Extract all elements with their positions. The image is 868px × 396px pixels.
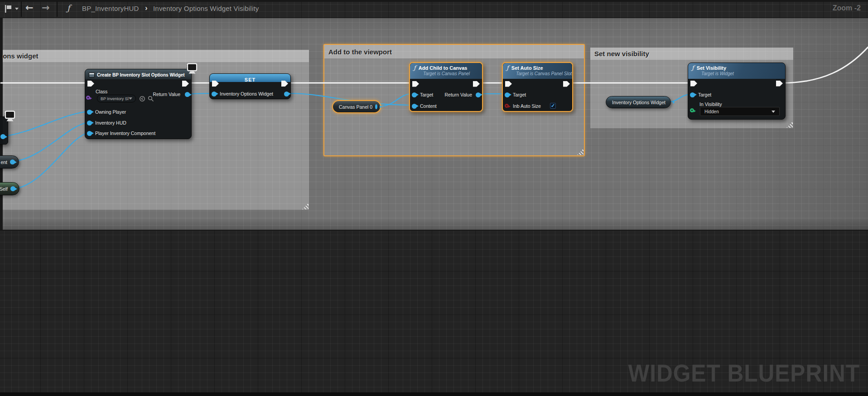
getter-self[interactable]: Self	[0, 182, 19, 195]
comment-header[interactable]: Add to the viewport	[324, 45, 584, 58]
node-header[interactable]: ƒ Set Auto Size Target is Canvas Panel S…	[503, 63, 572, 79]
content-label: Content	[420, 103, 437, 109]
widget-blueprint-watermark: WIDGET BLUEPRINT	[628, 359, 860, 387]
exec-out-pin[interactable]	[473, 81, 480, 87]
forward-arrow-icon[interactable]: →	[42, 2, 50, 13]
chevron-down-icon	[129, 97, 132, 100]
node-title: Set Visibility	[697, 65, 726, 71]
getter-label: ent	[0, 159, 7, 165]
widget-class-icon	[89, 72, 95, 77]
node-add-child-to-canvas[interactable]: ƒ Add Child to Canvas Target is Canvas P…	[409, 62, 483, 112]
node-subtitle: Target is Canvas Panel	[423, 71, 478, 76]
auto-size-checkbox[interactable]: ✓	[550, 103, 556, 109]
breadcrumb-current[interactable]: Inventory Options Widget Visibility	[153, 5, 259, 12]
toolbar-separator	[21, 1, 22, 17]
output-pin[interactable]	[10, 159, 15, 164]
exec-in-pin[interactable]	[505, 81, 512, 87]
comment-header[interactable]: ions widget	[0, 50, 309, 62]
node-title: Create BP Inventory Slot Options Widget	[97, 72, 185, 77]
return-value-label: Return Value	[153, 92, 180, 97]
return-value-label: Return Value	[444, 92, 472, 97]
node-title: Set Auto Size	[511, 65, 543, 71]
exec-out-pin[interactable]	[776, 81, 783, 87]
getter-label: Canvas Panel 0	[339, 104, 372, 110]
class-dropdown[interactable]: BP Inventory Sl	[97, 95, 136, 102]
player-inventory-component-pin[interactable]	[87, 131, 92, 136]
output-pin[interactable]	[10, 186, 15, 191]
exec-in-pin[interactable]	[412, 81, 419, 87]
node-subtitle: Target is Canvas Panel Slot	[516, 71, 569, 76]
node-header[interactable]: ƒ Add Child to Canvas Target is Canvas P…	[410, 63, 482, 79]
set-output-pin[interactable]	[284, 92, 289, 97]
comment-title: Add to the viewport	[328, 48, 392, 56]
target-pin[interactable]	[690, 92, 695, 97]
auto-size-bool-pin[interactable]	[505, 104, 509, 108]
graph-toolbar: ← → ƒ BP_InventoryHUD › Inventory Option…	[0, 0, 868, 18]
comment-title: Set new visibility	[594, 50, 649, 58]
content-pin[interactable]	[412, 104, 417, 109]
node-header[interactable]: SET	[210, 74, 290, 82]
zoom-level-label: Zoom -2	[833, 4, 861, 12]
target-pin[interactable]	[412, 92, 417, 97]
node-header[interactable]: Create BP Inventory Slot Options Widget	[85, 69, 191, 79]
in-visibility-label: In Visibility	[699, 101, 722, 107]
node-subtitle: Target is Widget	[701, 71, 781, 76]
target-pin[interactable]	[505, 92, 510, 97]
node-set-auto-size[interactable]: ƒ Set Auto Size Target is Canvas Panel S…	[502, 62, 573, 112]
visibility-dropdown[interactable]: Hidden	[700, 107, 780, 116]
output-pin[interactable]	[375, 104, 377, 109]
target-label: Target	[513, 92, 526, 97]
target-label: Target	[698, 92, 711, 97]
player-inventory-component-label: Player Inventory Component	[95, 130, 155, 136]
partial-node-output-pin[interactable]	[0, 134, 5, 139]
inventory-hud-pin[interactable]	[87, 121, 92, 126]
getter-label: Inventory Options Widget	[612, 100, 665, 105]
window-edge	[0, 392, 868, 396]
comment-title: ions widget	[1, 52, 39, 60]
node-create-widget[interactable]: Create BP Inventory Slot Options Widget …	[85, 69, 192, 139]
node-set-visibility[interactable]: ƒ Set Visibility Target is Widget Target…	[688, 63, 786, 120]
getter-label: Self	[0, 186, 8, 192]
set-pin-label: Inventory Options Widget	[220, 91, 273, 97]
class-pin[interactable]	[86, 96, 90, 100]
function-icon: ƒ	[506, 64, 509, 71]
in-visibility-enum-pin[interactable]	[690, 108, 694, 112]
getter-partial-component[interactable]: ent	[0, 155, 19, 169]
target-label: Target	[420, 92, 433, 97]
owning-player-pin[interactable]	[87, 110, 92, 115]
getter-inventory-options-widget[interactable]: Inventory Options Widget	[606, 96, 671, 108]
breadcrumb-separator-icon: ›	[145, 4, 148, 13]
exec-in-pin[interactable]	[87, 81, 94, 87]
class-pin-label: Class	[96, 89, 107, 94]
owning-player-label: Owning Player	[95, 109, 126, 115]
set-input-pin[interactable]	[212, 92, 217, 97]
visibility-dropdown-value: Hidden	[704, 109, 719, 114]
node-title: Add Child to Canvas	[419, 65, 468, 71]
class-dropdown-value: BP Inventory Sl	[101, 97, 129, 101]
monitor-icon	[184, 63, 198, 75]
function-icon: ƒ	[692, 64, 694, 71]
node-title: SET	[245, 77, 256, 82]
check-icon: ✓	[551, 103, 555, 108]
exec-out-pin[interactable]	[563, 81, 570, 87]
auto-size-label: Inb Auto Size	[513, 103, 541, 109]
toolbar-separator	[57, 1, 58, 17]
function-icon: ƒ	[414, 64, 416, 71]
comment-header[interactable]: Set new visibility	[590, 48, 793, 60]
inventory-hud-label: Inventory HUD	[95, 120, 126, 126]
function-icon: ƒ	[67, 3, 70, 13]
node-set-inventory-options-widget[interactable]: SET Inventory Options Widget	[209, 73, 291, 99]
exec-in-pin[interactable]	[690, 81, 697, 87]
bookmark-chevron-down-icon[interactable]	[15, 8, 19, 10]
bookmark-icon[interactable]	[4, 4, 14, 14]
node-header[interactable]: ƒ Set Visibility Target is Widget	[688, 63, 785, 79]
back-arrow-icon[interactable]: ←	[25, 2, 34, 13]
monitor-icon	[2, 111, 15, 123]
exec-out-pin[interactable]	[182, 81, 189, 87]
blueprint-editor: WIDGET BLUEPRINT ions widget Add to the …	[0, 0, 868, 396]
return-value-pin[interactable]	[476, 92, 481, 97]
use-asset-icon[interactable]	[139, 96, 145, 102]
return-value-pin[interactable]	[185, 92, 190, 97]
getter-canvas-panel-0[interactable]: Canvas Panel 0	[332, 100, 381, 113]
breadcrumb-root[interactable]: BP_InventoryHUD	[82, 5, 139, 12]
